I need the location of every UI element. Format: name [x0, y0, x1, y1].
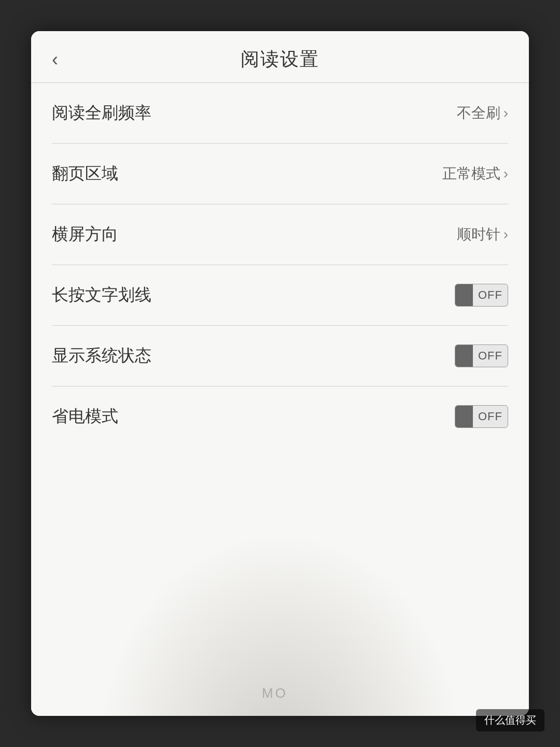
item-value-screen-direction: 顺时针 ›: [457, 225, 508, 244]
item-value-page-turn: 正常模式 ›: [442, 164, 508, 184]
toggle-dot-long-press: [455, 284, 473, 306]
item-value-text-refresh-rate: 不全刷: [457, 103, 500, 123]
settings-item-page-turn[interactable]: 翻页区域 正常模式 ›: [52, 144, 508, 204]
settings-list: 阅读全刷频率 不全刷 › 翻页区域 正常模式 › 横屏方向 顺时针 ›: [31, 83, 529, 674]
toggle-label-power-save: OFF: [473, 410, 508, 423]
item-label-page-turn: 翻页区域: [52, 162, 118, 185]
device-logo: MO: [259, 683, 301, 708]
toggle-dot-power-save: [455, 406, 473, 427]
item-label-power-save: 省电模式: [52, 405, 118, 428]
settings-item-screen-direction[interactable]: 横屏方向 顺时针 ›: [52, 204, 508, 265]
svg-text:MO: MO: [262, 685, 288, 701]
item-value-text-screen-direction: 顺时针: [457, 225, 500, 244]
back-button[interactable]: ‹: [52, 49, 58, 71]
settings-item-power-save[interactable]: 省电模式 OFF: [52, 386, 508, 447]
settings-item-show-status[interactable]: 显示系统状态 OFF: [52, 326, 508, 386]
bottom-area: MO: [31, 674, 529, 716]
page-title: 阅读设置: [241, 47, 319, 72]
toggle-power-save[interactable]: OFF: [455, 405, 508, 428]
toggle-label-long-press: OFF: [473, 288, 508, 302]
item-value-text-page-turn: 正常模式: [442, 164, 500, 184]
toggle-long-press[interactable]: OFF: [455, 284, 508, 307]
settings-item-refresh-rate[interactable]: 阅读全刷频率 不全刷 ›: [52, 83, 508, 144]
screen: ‹ 阅读设置 阅读全刷频率 不全刷 › 翻页区域 正常模式 ›: [31, 31, 529, 716]
chevron-icon-page-turn: ›: [503, 165, 508, 182]
toggle-show-status[interactable]: OFF: [455, 344, 508, 367]
item-value-refresh-rate: 不全刷 ›: [457, 103, 508, 123]
chevron-icon-screen-direction: ›: [503, 226, 508, 243]
item-label-show-status: 显示系统状态: [52, 344, 151, 367]
watermark-badge: 什么值得买: [476, 709, 544, 731]
item-label-screen-direction: 横屏方向: [52, 223, 118, 246]
settings-item-long-press[interactable]: 长按文字划线 OFF: [52, 265, 508, 326]
chevron-icon-refresh-rate: ›: [503, 105, 508, 121]
device-frame: ‹ 阅读设置 阅读全刷频率 不全刷 › 翻页区域 正常模式 ›: [31, 31, 529, 716]
toggle-dot-show-status: [455, 345, 473, 367]
toggle-label-show-status: OFF: [473, 349, 508, 363]
item-label-long-press: 长按文字划线: [52, 284, 151, 307]
header: ‹ 阅读设置: [31, 31, 529, 83]
item-label-refresh-rate: 阅读全刷频率: [52, 102, 151, 125]
